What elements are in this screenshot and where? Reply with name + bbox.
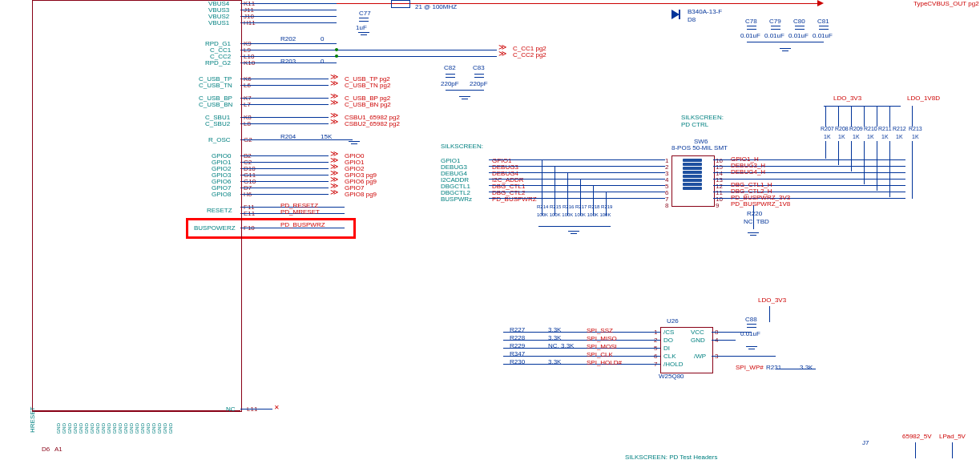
val-c81: 0.01uF [813, 32, 833, 39]
xconn-usbbn: ≫ [330, 100, 338, 105]
val-r203: 0 [321, 58, 324, 65]
ref-r204: R204 [280, 133, 296, 140]
ref-r212: R212 [893, 126, 906, 131]
net-usbbn: C_USB_BN pg2 [345, 101, 391, 108]
ref-c78: C78 [745, 18, 757, 25]
sw6-r9: 9 [716, 202, 719, 209]
net-spi-ssz: SPI_SSZ [587, 327, 613, 334]
offpage-typecvbus [817, 0, 824, 6]
val-c83: 220pF [470, 80, 488, 87]
u26-cs: /CS [663, 329, 674, 336]
bus-buspwrz: BUSPWRz [441, 196, 472, 203]
pwr-lpad5v: LPad_5V [939, 433, 966, 440]
pin-nc: NC [226, 405, 236, 413]
ref-c81: C81 [817, 18, 829, 25]
ref-r211: R211 [878, 126, 892, 131]
u26-clk: CLK [663, 353, 676, 360]
silkscreen-pdtest: SILKSCREEN: PD Test Headers [625, 454, 717, 461]
u26-hold: /HOLD [663, 361, 683, 368]
val-r230: 3.3K [548, 358, 561, 365]
val-r211: 1K [881, 134, 889, 139]
ref-r229: R229 [510, 342, 525, 349]
net-csbu2: CSBU2_65982 pg2 [345, 120, 400, 127]
ferrite-bead [391, 0, 410, 8]
xconn-cc2: ≫ [498, 51, 506, 56]
ref-c79: C79 [769, 18, 781, 25]
ref-r227: R227 [510, 326, 525, 333]
pwr-ldo3v3-top: LDO_3V3 [833, 95, 861, 102]
val-r209: 1K [853, 134, 860, 139]
val-r220: NC, TBD [744, 218, 769, 225]
val-r207: 1K [824, 134, 831, 139]
val-sw6: 8-POS 50-MIL SMT [671, 144, 728, 151]
val-r228: 3.3K [548, 334, 561, 341]
val-d8: B340A-13-F [688, 8, 722, 15]
sw6-switches [683, 159, 702, 191]
pin-hreset: HRESET [29, 407, 36, 433]
u26-di: DI [663, 345, 670, 352]
ref-r231: R231 [766, 364, 781, 371]
xconn-usbtn: ≫ [330, 81, 338, 86]
ref-r202: R202 [280, 35, 296, 42]
val-r231: 3.3K [800, 364, 813, 371]
val-c80: 0.01uF [788, 32, 809, 39]
ref-c77: C77 [359, 10, 371, 17]
val-r212: 1K [896, 134, 903, 139]
ref-r228: R228 [510, 334, 525, 341]
net-usbtn: C_USB_TN pg2 [345, 82, 390, 89]
ref-r230: R230 [510, 358, 525, 365]
val-r208: 1K [838, 134, 845, 139]
val-r214-219: 100K 100K 100K 100K 100K 100K [537, 212, 611, 217]
busn-pdbuspwrz: PD_BUSPWRZ [492, 196, 537, 203]
net-cc2: C_CC2 pg2 [513, 51, 546, 58]
net-g8: GPIO8 pg9 [345, 191, 377, 198]
net-spi-hold: SPI_HOLD# [587, 359, 622, 366]
schematic-canvas: VBUS4 VBUS3 VBUS2 VBUS1 K11 J11 J10 H11 … [0, 0, 980, 468]
net-debug4h: DEBUG4_H [731, 168, 765, 176]
diode-d8 [671, 10, 684, 22]
ref-c83: C83 [473, 64, 485, 71]
sw6-l8: 8 [665, 202, 668, 209]
u26-part: W25Q80 [659, 373, 684, 380]
net-spi-miso: SPI_MISO [587, 335, 617, 342]
pwr-ldo1v8d: LDO_1V8D [907, 95, 940, 102]
ref-r207: R207 [821, 126, 834, 131]
val-c78: 0.01uF [740, 32, 760, 39]
ref-r208: R208 [835, 126, 849, 131]
u26-vcc: VCC [691, 329, 704, 336]
silkscreen-pdctrl: SILKSCREEN: PD CTRL [681, 114, 724, 128]
net-mreset: PD_MRESET [280, 208, 320, 216]
val-fb: 21 @ 100MHZ [415, 3, 457, 10]
val-c77: 1uF [356, 24, 367, 31]
ref-r214-219: R214 R215 R216 R217 R218 R219 [537, 204, 612, 209]
ic-main-outline [32, 0, 242, 412]
nc-x: ✕ [274, 404, 280, 411]
ref-c80: C80 [793, 18, 805, 25]
silkscreen-label-1: SILKSCREEN: [441, 143, 483, 150]
gnd-row: GND GND GND GND GND GND GND GND GND GND … [56, 423, 173, 434]
xconn-g8: ≫ [330, 190, 338, 195]
pinno-d6: D6 [42, 446, 50, 453]
net-typecvbus: TypeCVBUS_OUT pg2 [913, 0, 979, 7]
val-c82: 220pF [441, 80, 459, 87]
ref-r220: R220 [747, 210, 762, 217]
val-r210: 1K [867, 134, 874, 139]
ref-u26: U26 [667, 317, 679, 325]
ref-c88: C88 [745, 316, 757, 323]
ref-r203: R203 [280, 58, 296, 65]
val-r202: 0 [321, 35, 324, 42]
ref-j7: J7 [862, 439, 869, 446]
net-spi-wp: SPI_WP# [736, 364, 764, 371]
ref-d8: D8 [688, 16, 696, 23]
net-spi-clk: SPI_CLK [587, 351, 613, 358]
val-r229: NC, 3.3K [548, 342, 574, 349]
pwr-65982: 65982_5V [902, 433, 931, 440]
u26-wp: /WP [694, 353, 706, 360]
pwr-ldo3v3-u26: LDO_3V3 [758, 297, 786, 304]
ref-r347: R347 [510, 350, 525, 357]
ref-r213: R213 [909, 126, 922, 131]
val-r213: 1K [912, 134, 919, 139]
ref-r210: R210 [864, 126, 877, 131]
net-spi-mosi: SPI_MOSI [587, 343, 617, 350]
net-buspwrz1v8: PD_BUSPWRZ_1V8 [731, 200, 790, 208]
